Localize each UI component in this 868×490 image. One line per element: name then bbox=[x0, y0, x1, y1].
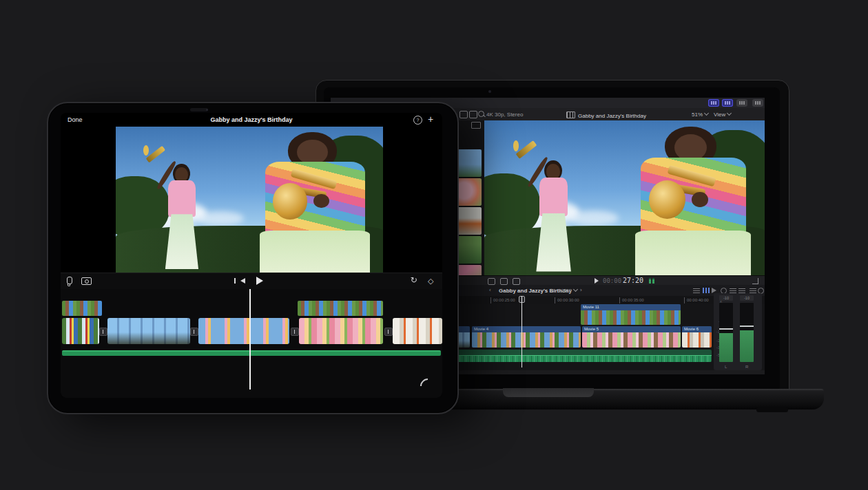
media-browser-toggle-icon[interactable] bbox=[708, 99, 719, 107]
search-icon[interactable] bbox=[478, 111, 484, 117]
crop-icon[interactable] bbox=[488, 278, 495, 285]
main-clip-movie-5[interactable]: Movie 5 bbox=[582, 326, 681, 348]
video-frame bbox=[116, 127, 383, 273]
macbook-foot bbox=[756, 407, 788, 412]
main-clip-movie-6[interactable]: Movie 6 bbox=[682, 326, 712, 348]
mac-viewer bbox=[484, 120, 765, 275]
audio-meter-mini-right[interactable] bbox=[652, 278, 654, 284]
timeline-clip[interactable] bbox=[62, 318, 99, 344]
timeline-clip[interactable] bbox=[393, 318, 442, 344]
microphone-icon[interactable] bbox=[67, 277, 72, 284]
project-title: Gabby and Jazzy's Birthday bbox=[534, 111, 679, 119]
next-project-icon[interactable]: › bbox=[580, 287, 582, 293]
transition-icon[interactable] bbox=[190, 328, 198, 336]
audio-meters-panel: -10 -10 6 0 -6 -12 -20 -30 -50 L R bbox=[714, 293, 762, 370]
project-settings-icon[interactable]: ◇ bbox=[428, 277, 433, 286]
macbook-camera-dot bbox=[488, 90, 491, 93]
hero-scene: d 4K 30p, Stereo Gabby and Jazzy's Birth… bbox=[0, 0, 868, 490]
skip-to-start-icon[interactable] bbox=[240, 278, 245, 284]
project-format-info: 4K 30p, Stereo bbox=[486, 111, 523, 118]
ipad-top-bar: Done Gabby and Jazzy's Birthday ? + bbox=[61, 113, 442, 127]
ipad-project-title: Gabby and Jazzy's Birthday bbox=[148, 116, 355, 123]
share-icon[interactable] bbox=[752, 99, 763, 107]
viewer-view-dropdown[interactable]: View bbox=[714, 111, 731, 118]
undo-icon[interactable]: ↺ bbox=[411, 275, 417, 285]
chevron-down-icon bbox=[573, 287, 578, 292]
ipad-playhead[interactable] bbox=[249, 289, 251, 390]
ipad-screen: Done Gabby and Jazzy's Birthday ? + bbox=[61, 113, 442, 398]
prev-project-icon[interactable]: ‹ bbox=[489, 287, 491, 293]
channel-label-right: R bbox=[745, 365, 748, 369]
ruler-tick: 00:00:40:00 bbox=[684, 297, 709, 303]
filmstrip-view-icon[interactable] bbox=[471, 122, 481, 129]
ruler-tick: 00:00:35:00 bbox=[619, 297, 644, 303]
add-media-icon[interactable]: + bbox=[428, 114, 433, 125]
fullscreen-icon[interactable] bbox=[752, 278, 758, 284]
effects-icon[interactable] bbox=[513, 278, 520, 285]
timeline-clip[interactable] bbox=[299, 318, 383, 344]
meter-bar-right bbox=[740, 303, 754, 362]
screen-reflection bbox=[417, 375, 438, 396]
audio-meter-mini-left[interactable] bbox=[649, 278, 651, 284]
main-clip-movie-4[interactable]: Movie 4 bbox=[472, 326, 581, 348]
meter-bar-left bbox=[719, 303, 733, 362]
timeline-clip[interactable] bbox=[107, 318, 190, 344]
viewer-zoom-dropdown[interactable]: 51% bbox=[692, 111, 708, 118]
transition-icon[interactable] bbox=[291, 328, 299, 336]
snapping-icon[interactable] bbox=[730, 288, 736, 293]
color-correction-icon[interactable] bbox=[500, 278, 508, 285]
chevron-down-icon bbox=[704, 111, 709, 116]
girl-right bbox=[255, 132, 383, 273]
skimming-icon[interactable] bbox=[703, 288, 710, 293]
ipad-viewer bbox=[116, 127, 383, 273]
girl-right bbox=[630, 127, 765, 275]
ipad-timeline bbox=[61, 289, 442, 398]
ruler-tick: 00:00:25:00 bbox=[490, 297, 515, 303]
ipad-front-camera bbox=[206, 109, 208, 111]
overlay-clip[interactable] bbox=[62, 301, 102, 316]
media-badge-icon[interactable] bbox=[469, 111, 477, 118]
transition-icon[interactable] bbox=[384, 328, 393, 336]
ipad-control-bar: ↺ ◇ bbox=[61, 273, 442, 290]
timeline-clip[interactable] bbox=[198, 318, 289, 344]
music-clip[interactable] bbox=[444, 350, 712, 362]
clip-appearance-icon[interactable] bbox=[738, 288, 745, 293]
timecode: 27:20 bbox=[623, 277, 643, 284]
overlay-clip[interactable] bbox=[298, 301, 383, 316]
girl-left bbox=[521, 151, 586, 275]
filmstrip-icon bbox=[566, 111, 575, 118]
transition-icon[interactable] bbox=[99, 328, 107, 336]
timeline-index-icon[interactable] bbox=[750, 288, 756, 293]
timecode-hours: 00:00 bbox=[603, 277, 621, 284]
audio-skimming-icon[interactable] bbox=[712, 288, 716, 293]
ipad-body: Done Gabby and Jazzy's Birthday ? + bbox=[47, 102, 459, 414]
camera-icon[interactable] bbox=[81, 277, 92, 285]
play-icon[interactable] bbox=[256, 277, 263, 285]
project-duration: 57:22 bbox=[558, 288, 572, 294]
macbook-lid-groove bbox=[503, 388, 594, 397]
playhead[interactable] bbox=[521, 296, 522, 368]
peak-value-right: -10 bbox=[740, 295, 754, 301]
video-frame bbox=[484, 120, 765, 275]
connected-clip-movie-11[interactable]: Movie 11 bbox=[581, 304, 681, 325]
music-track[interactable] bbox=[62, 350, 441, 356]
play-icon[interactable] bbox=[595, 278, 599, 284]
ruler-tick: 00:00:30:00 bbox=[555, 297, 579, 303]
marker-icon[interactable] bbox=[693, 288, 700, 293]
done-button[interactable]: Done bbox=[68, 116, 83, 123]
camera-import-icon[interactable] bbox=[459, 111, 468, 118]
photos-audio-toggle-icon[interactable] bbox=[722, 99, 733, 107]
help-icon[interactable]: ? bbox=[413, 116, 422, 125]
girl-left bbox=[150, 156, 211, 273]
chevron-down-icon bbox=[727, 111, 732, 116]
channel-label-left: L bbox=[725, 365, 727, 369]
titles-generators-toggle-icon[interactable] bbox=[736, 99, 747, 107]
